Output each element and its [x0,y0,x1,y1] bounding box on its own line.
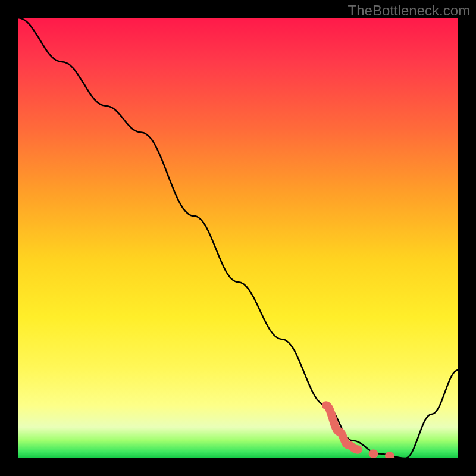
watermark-text: TheBottleneck.com [348,2,470,19]
chart-container: TheBottleneck.com [0,0,476,476]
chart-svg [18,18,458,458]
main-curve [18,18,458,458]
